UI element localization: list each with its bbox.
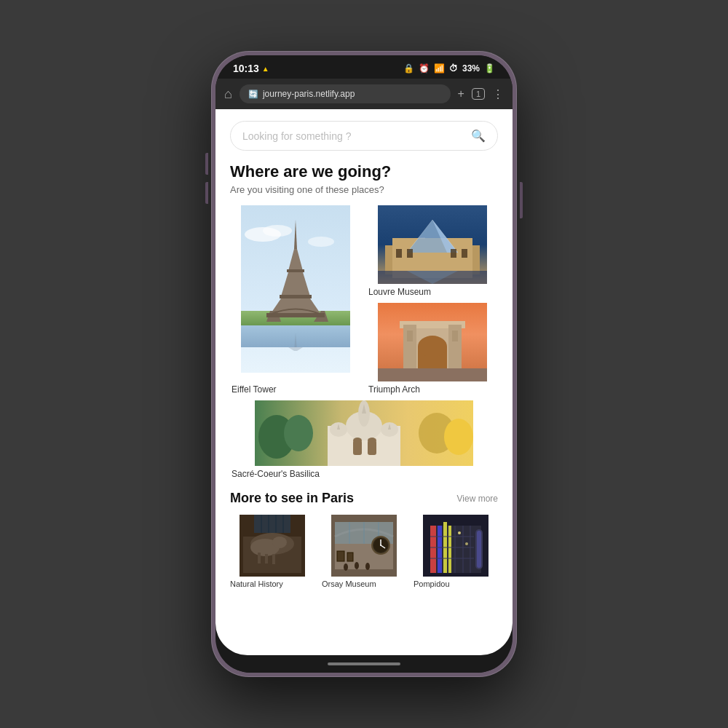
- svg-rect-28: [407, 249, 413, 258]
- phone-frame: 10:13 ▲ 🔒 ⏰ 📶 ⏱ 33% 🔋 ⌂ 🔄 journey-paris.…: [211, 51, 517, 677]
- eiffel-place-item[interactable]: Eiffel Tower: [230, 205, 361, 395]
- svg-point-2: [263, 225, 292, 237]
- sacre-label: Sacré-Coeur's Basilica: [230, 469, 498, 479]
- svg-rect-86: [347, 553, 353, 561]
- search-bar[interactable]: Looking for something ? 🔍: [230, 121, 498, 151]
- svg-rect-92: [448, 526, 451, 573]
- places-grid-container: Eiffel Tower: [215, 205, 513, 479]
- more-title: More to see in Paris: [230, 491, 354, 506]
- search-container: Looking for something ? 🔍: [215, 109, 513, 159]
- app-content: Looking for something ? 🔍 Where are we g…: [215, 109, 513, 655]
- svg-rect-27: [396, 249, 402, 258]
- pompidou-image: [414, 515, 498, 577]
- svg-point-82: [344, 563, 348, 571]
- svg-rect-40: [378, 368, 487, 381]
- orsay-label: Orsay Museum: [322, 579, 406, 588]
- natural-label: Natural History: [230, 579, 314, 588]
- search-placeholder-text: Looking for something ?: [242, 130, 465, 142]
- more-grid: Natural History: [230, 515, 498, 588]
- triumph-place-item[interactable]: Triumph Arch: [367, 303, 498, 395]
- browser-url-text: journey-paris.netlify.app: [263, 89, 442, 99]
- search-icon[interactable]: 🔍: [471, 129, 486, 143]
- louvre-place-item[interactable]: Louvre Museum: [367, 205, 498, 297]
- where-title: Where are we going?: [230, 162, 498, 181]
- orsay-item[interactable]: Orsay Museum: [322, 515, 406, 588]
- svg-rect-64: [265, 554, 268, 563]
- svg-rect-65: [272, 554, 275, 564]
- natural-history-item[interactable]: Natural History: [230, 515, 314, 588]
- pompidou-item[interactable]: Pompidou: [414, 515, 498, 588]
- volume-up-button[interactable]: [205, 153, 208, 175]
- svg-rect-85: [337, 551, 344, 561]
- sacre-place-item[interactable]: Sacré-Coeur's Basilica: [230, 400, 498, 479]
- browser-url-area[interactable]: 🔄 journey-paris.netlify.app: [240, 84, 451, 103]
- svg-point-101: [458, 531, 461, 534]
- pompidou-label: Pompidou: [414, 579, 498, 588]
- svg-rect-38: [407, 331, 413, 341]
- svg-rect-94: [477, 531, 481, 568]
- bottom-bar: [215, 655, 513, 673]
- eiffel-img-box: [230, 205, 361, 381]
- status-left: 10:13 ▲: [233, 63, 269, 74]
- louvre-image: [367, 205, 498, 284]
- content-bottom-padding: [215, 594, 513, 616]
- natural-img-box: [230, 515, 314, 577]
- status-bar: 10:13 ▲ 🔒 ⏰ 📶 ⏱ 33% 🔋: [215, 55, 513, 79]
- triumph-img-box: [367, 303, 498, 381]
- louvre-label: Louvre Museum: [367, 287, 498, 297]
- alert-icon: ▲: [262, 65, 269, 73]
- svg-rect-14: [266, 313, 325, 317]
- tab-count[interactable]: 1: [472, 88, 485, 100]
- browser-actions: + 1 ⋮: [458, 87, 504, 101]
- svg-point-3: [308, 237, 334, 247]
- volume-down-button[interactable]: [205, 182, 208, 204]
- lock-icon: 🔒: [403, 63, 414, 74]
- svg-rect-39: [452, 331, 458, 341]
- louvre-img-box: [367, 205, 498, 284]
- browser-home-icon[interactable]: ⌂: [224, 87, 232, 102]
- status-time: 10:13: [233, 63, 259, 74]
- status-right: 🔒 ⏰ 📶 ⏱ 33% 🔋: [403, 63, 495, 74]
- svg-point-102: [465, 542, 468, 545]
- browser-bar: ⌂ 🔄 journey-paris.netlify.app + 1 ⋮: [215, 79, 513, 109]
- svg-rect-63: [258, 553, 261, 563]
- power-button[interactable]: [520, 182, 523, 218]
- svg-rect-8: [287, 269, 304, 272]
- eiffel-label: Eiffel Tower: [230, 384, 361, 395]
- view-more-link[interactable]: View more: [457, 494, 498, 504]
- svg-point-57: [444, 419, 473, 455]
- eiffel-image: [230, 205, 361, 373]
- svg-rect-66: [254, 515, 290, 533]
- svg-point-43: [284, 415, 313, 451]
- triumph-image: [367, 303, 498, 381]
- browser-menu-icon[interactable]: ⋮: [492, 87, 504, 101]
- svg-rect-30: [462, 249, 467, 258]
- svg-point-84: [365, 563, 370, 570]
- where-subtitle: Are you visiting one of these places?: [230, 184, 498, 195]
- orsay-img-box: [322, 515, 406, 577]
- secure-icon: 🔄: [248, 90, 258, 99]
- sacre-img-box: [230, 400, 498, 466]
- natural-image: [230, 515, 314, 577]
- triumph-label: Triumph Arch: [367, 384, 498, 395]
- svg-point-62: [272, 537, 287, 548]
- svg-point-55: [368, 438, 376, 443]
- pompidou-img-box: [414, 515, 498, 577]
- svg-point-83: [355, 562, 359, 569]
- home-indicator[interactable]: [328, 662, 400, 665]
- phone-screen: 10:13 ▲ 🔒 ⏰ 📶 ⏱ 33% 🔋 ⌂ 🔄 journey-paris.…: [215, 55, 513, 673]
- svg-rect-10: [280, 295, 312, 298]
- battery-percent: 33%: [462, 63, 480, 74]
- alarm-icon: ⏰: [419, 63, 430, 74]
- places-grid: Eiffel Tower: [230, 205, 498, 479]
- new-tab-icon[interactable]: +: [458, 87, 464, 100]
- svg-rect-89: [430, 526, 436, 573]
- svg-rect-29: [451, 249, 456, 258]
- battery-icon: 🔋: [484, 63, 495, 74]
- more-header: More to see in Paris View more: [230, 491, 498, 506]
- svg-rect-90: [438, 526, 442, 573]
- more-section: More to see in Paris View more: [215, 479, 513, 594]
- svg-point-34: [418, 336, 447, 357]
- wifi-icon: 📶: [434, 63, 445, 74]
- timer-icon: ⏱: [449, 63, 458, 74]
